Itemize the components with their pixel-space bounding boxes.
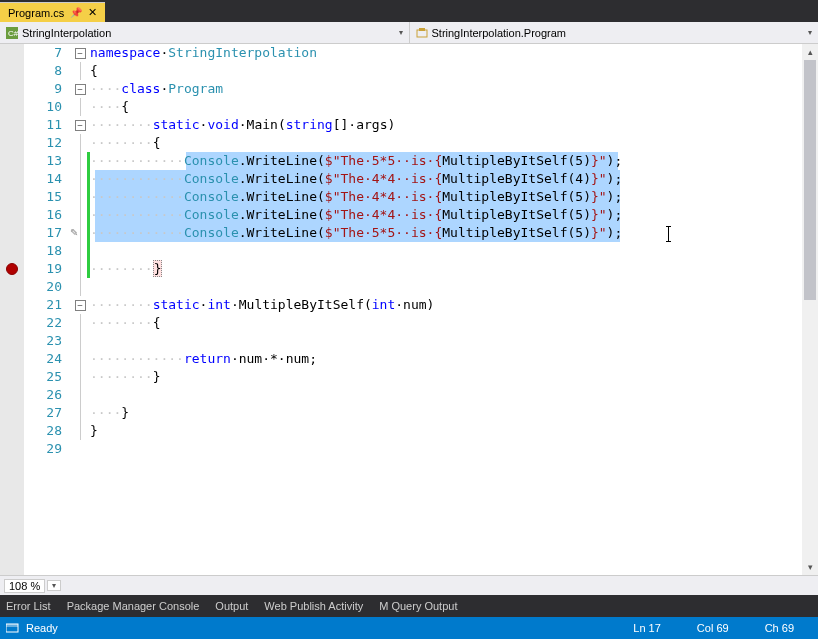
breakpoint-margin[interactable] <box>0 44 24 575</box>
chevron-down-icon: ▾ <box>808 28 812 37</box>
vertical-scrollbar[interactable]: ▴ ▾ <box>802 44 818 575</box>
panel-tab[interactable]: M Query Output <box>379 600 457 612</box>
svg-rect-2 <box>417 30 427 37</box>
pin-icon[interactable]: 📌 <box>70 7 82 18</box>
output-panel-tabs: Error ListPackage Manager ConsoleOutputW… <box>0 595 818 617</box>
status-line: Ln 17 <box>615 622 679 634</box>
namespace-label: StringInterpolation <box>22 27 399 39</box>
status-ready: Ready <box>26 622 615 634</box>
status-ch: Ch 69 <box>747 622 812 634</box>
panel-tab[interactable]: Web Publish Activity <box>264 600 363 612</box>
fold-margin[interactable]: −−−− <box>70 44 90 575</box>
chevron-down-icon: ▾ <box>399 28 403 37</box>
tab-bar: Program.cs 📌 ✕ <box>0 0 818 22</box>
change-indicator <box>87 152 90 278</box>
file-tab[interactable]: Program.cs 📌 ✕ <box>0 2 105 22</box>
scroll-thumb[interactable] <box>804 60 816 300</box>
svg-rect-3 <box>419 28 425 31</box>
panel-tab[interactable]: Output <box>215 600 248 612</box>
namespace-dropdown[interactable]: C# StringInterpolation ▾ <box>0 22 410 43</box>
nav-bar: C# StringInterpolation ▾ StringInterpola… <box>0 22 818 44</box>
class-label: StringInterpolation.Program <box>432 27 809 39</box>
gutter: 7891011121314151617181920212223242526272… <box>0 44 90 575</box>
status-col: Col 69 <box>679 622 747 634</box>
csharp-icon: C# <box>6 27 18 39</box>
line-numbers: 7891011121314151617181920212223242526272… <box>24 44 70 575</box>
code-editor[interactable]: ✎ 78910111213141516171819202122232425262… <box>0 44 818 575</box>
status-icon <box>6 623 20 633</box>
scroll-down-arrow[interactable]: ▾ <box>802 559 818 575</box>
zoom-dropdown[interactable]: ▾ <box>47 580 61 591</box>
svg-text:C#: C# <box>8 29 18 38</box>
close-icon[interactable]: ✕ <box>88 6 97 19</box>
text-cursor <box>668 226 669 242</box>
status-bar: Ready Ln 17 Col 69 Ch 69 <box>0 617 818 639</box>
zoom-bar: 108 % ▾ <box>0 575 818 595</box>
pencil-icon: ✎ <box>70 227 78 238</box>
class-icon <box>416 27 428 39</box>
scroll-up-arrow[interactable]: ▴ <box>802 44 818 60</box>
svg-rect-5 <box>6 624 18 627</box>
zoom-level[interactable]: 108 % <box>4 579 45 593</box>
panel-tab[interactable]: Error List <box>6 600 51 612</box>
panel-tab[interactable]: Package Manager Console <box>67 600 200 612</box>
class-dropdown[interactable]: StringInterpolation.Program ▾ <box>410 22 819 43</box>
code-area[interactable]: namespace·StringInterpolation{····class·… <box>90 44 818 575</box>
tab-title: Program.cs <box>8 7 64 19</box>
